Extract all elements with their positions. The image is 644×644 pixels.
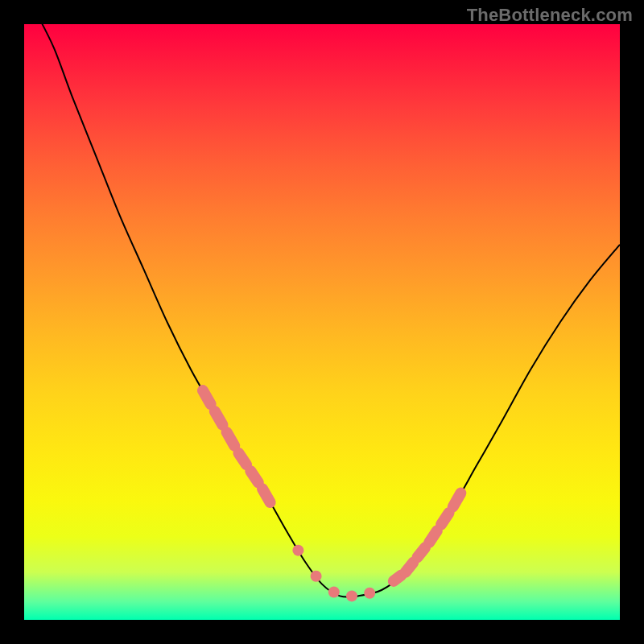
highlight-dash bbox=[215, 411, 223, 425]
highlight-dash bbox=[406, 563, 414, 572]
plot-area bbox=[24, 24, 620, 620]
curve-layer bbox=[36, 12, 620, 597]
highlight-dash bbox=[394, 576, 402, 581]
highlight-dash bbox=[429, 530, 437, 542]
floor-dot bbox=[328, 586, 340, 597]
chart-svg bbox=[24, 24, 620, 620]
highlight-dash bbox=[238, 453, 246, 464]
highlight-dash bbox=[203, 390, 211, 404]
chart-frame: TheBottleneck.com bbox=[0, 0, 644, 644]
highlight-layer bbox=[203, 390, 460, 581]
main-curve bbox=[36, 12, 620, 597]
highlight-dash bbox=[453, 493, 461, 507]
floor-dot bbox=[292, 545, 303, 556]
floor-dots bbox=[292, 545, 375, 602]
floor-dot bbox=[311, 571, 322, 582]
floor-dot bbox=[346, 590, 357, 601]
highlight-dash bbox=[441, 513, 449, 524]
highlight-dash bbox=[262, 489, 270, 502]
floor-dot bbox=[364, 588, 375, 599]
highlight-dash bbox=[417, 547, 425, 557]
highlight-dash bbox=[250, 471, 258, 482]
highlight-dash bbox=[227, 432, 235, 446]
watermark-label: TheBottleneck.com bbox=[467, 5, 633, 26]
